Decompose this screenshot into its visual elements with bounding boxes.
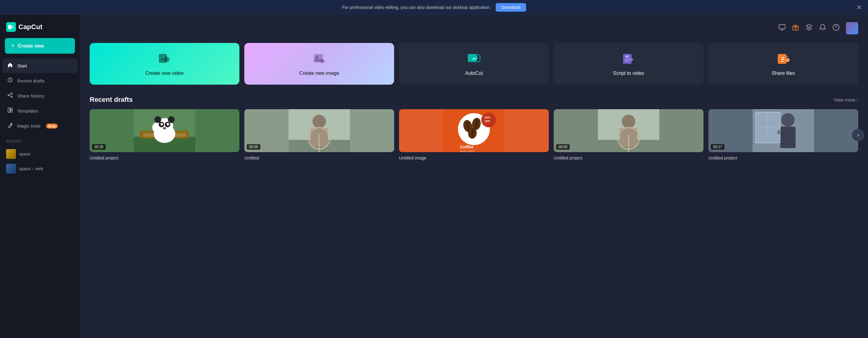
svg-point-38 bbox=[154, 116, 161, 123]
create-image-icon: + bbox=[312, 52, 327, 66]
home-icon bbox=[7, 62, 13, 69]
sidebar-recent-label: Recent drafts bbox=[17, 78, 44, 83]
svg-text:OFF: OFF bbox=[485, 120, 490, 123]
download-button[interactable]: Download bbox=[496, 3, 526, 12]
svg-rect-0 bbox=[8, 25, 11, 29]
svg-rect-29 bbox=[778, 54, 786, 64]
sidebar-nav: Start Recent drafts bbox=[0, 59, 80, 133]
avatar[interactable] bbox=[846, 22, 858, 34]
sidebar-templates-label: Templates bbox=[17, 108, 38, 113]
main-header bbox=[90, 22, 858, 34]
draft-duration-1: 00:26 bbox=[92, 144, 105, 150]
logo: CapCut bbox=[0, 20, 80, 38]
close-banner-button[interactable]: ✕ bbox=[857, 4, 862, 10]
share-files-label: Share files bbox=[772, 71, 795, 76]
create-video-card[interactable]: + + Create new video bbox=[90, 43, 239, 84]
create-video-icon: + + bbox=[157, 52, 172, 66]
svg-line-6 bbox=[9, 94, 11, 95]
sidebar-item-start[interactable]: Start bbox=[2, 59, 78, 73]
sidebar-item-templates[interactable]: Templates bbox=[2, 104, 78, 118]
scroll-right-button[interactable]: › bbox=[852, 129, 864, 141]
script-to-video-label: Script to video bbox=[613, 71, 644, 76]
svg-text:NEW EVENT: NEW EVENT bbox=[460, 150, 475, 152]
layers-icon[interactable] bbox=[805, 24, 813, 33]
main-content: + + Create new video + Cre bbox=[80, 15, 868, 338]
draft-title-2: Untitled bbox=[244, 156, 259, 160]
svg-point-42 bbox=[160, 123, 163, 126]
create-new-label: Create new bbox=[18, 43, 44, 49]
svg-rect-9 bbox=[10, 108, 12, 110]
svg-text:+: + bbox=[166, 57, 168, 62]
share-files-icon bbox=[776, 52, 790, 66]
draft-title-1: Untitled project bbox=[90, 156, 118, 160]
draft-card-2[interactable]: 00:05 Untitled bbox=[244, 109, 394, 161]
svg-text:+: + bbox=[161, 57, 164, 62]
space-item-2[interactable]: space – web bbox=[6, 161, 74, 176]
gift-icon[interactable] bbox=[792, 24, 799, 33]
svg-text:Coffee: Coffee bbox=[460, 144, 474, 149]
sidebar-magic-label: Magic tools bbox=[17, 123, 40, 129]
sidebar: CapCut + Create new Start bbox=[0, 15, 80, 338]
svg-point-5 bbox=[11, 96, 12, 97]
plus-icon: + bbox=[11, 42, 15, 49]
sidebar-item-recent-drafts[interactable]: Recent drafts bbox=[2, 74, 78, 88]
share-files-card[interactable]: Share files bbox=[708, 43, 858, 84]
create-new-button[interactable]: + Create new bbox=[5, 38, 75, 54]
space-label-2: space – web bbox=[19, 166, 43, 171]
draft-title-4: Untitled project bbox=[554, 156, 582, 160]
drafts-grid: 00:26 Untitled project bbox=[90, 109, 858, 161]
svg-point-30 bbox=[786, 58, 789, 62]
svg-rect-71 bbox=[628, 134, 629, 152]
sidebar-item-magic-tools[interactable]: Magic tools Beta bbox=[2, 119, 78, 133]
draft-thumb-4: 00:05 bbox=[554, 109, 704, 152]
draft-duration-4: 00:05 bbox=[556, 144, 570, 150]
quick-actions: + + Create new video + Cre bbox=[90, 43, 858, 84]
create-video-label: Create new video bbox=[146, 71, 184, 76]
draft-card-5[interactable]: 00:17 Untitled project bbox=[708, 109, 858, 161]
svg-point-48 bbox=[312, 115, 326, 128]
script-to-video-icon: AI bbox=[621, 52, 636, 66]
svg-point-3 bbox=[11, 93, 12, 94]
svg-line-7 bbox=[9, 95, 11, 96]
svg-text:25%: 25% bbox=[485, 116, 490, 119]
clock-icon bbox=[7, 77, 13, 84]
app-layout: CapCut + Create new Start bbox=[0, 15, 868, 338]
space-item-1[interactable]: space bbox=[6, 146, 74, 161]
logo-text: CapCut bbox=[19, 23, 42, 31]
draft-thumb-5: 00:17 bbox=[708, 109, 858, 152]
svg-point-13 bbox=[833, 24, 839, 30]
autocut-card[interactable]: AutoCut bbox=[399, 43, 549, 84]
templates-icon bbox=[7, 107, 13, 114]
draft-card-1[interactable]: 00:26 Untitled project bbox=[90, 109, 239, 161]
view-more-link[interactable]: View more › bbox=[834, 97, 858, 102]
beta-badge: Beta bbox=[46, 124, 58, 129]
space-label-1: space bbox=[19, 151, 30, 157]
magic-icon bbox=[7, 123, 13, 129]
svg-rect-51 bbox=[319, 134, 320, 152]
sidebar-share-label: Share history bbox=[17, 93, 44, 98]
svg-rect-10 bbox=[10, 110, 12, 112]
svg-point-74 bbox=[781, 113, 795, 127]
monitor-icon[interactable] bbox=[778, 24, 786, 33]
svg-rect-11 bbox=[779, 25, 785, 29]
draft-duration-2: 00:05 bbox=[247, 144, 260, 150]
draft-card-3[interactable]: 25% OFF Coffee NEW EVENT Untitled image bbox=[399, 109, 549, 161]
draft-title-3: Untitled image bbox=[399, 156, 427, 160]
script-to-video-card[interactable]: AI Script to video bbox=[554, 43, 704, 84]
create-image-card[interactable]: + Create new image bbox=[244, 43, 394, 84]
spaces-label: Spaces bbox=[6, 139, 74, 143]
svg-rect-8 bbox=[8, 108, 10, 112]
top-banner: For professional video editing, you can … bbox=[0, 0, 868, 15]
help-icon[interactable] bbox=[832, 24, 840, 33]
draft-thumb-1: 00:26 bbox=[90, 109, 239, 152]
draft-card-4[interactable]: 00:05 Untitled project bbox=[554, 109, 704, 161]
svg-text:+: + bbox=[322, 59, 324, 63]
share-icon bbox=[7, 92, 13, 99]
banner-text: For professional video editing, you can … bbox=[342, 5, 491, 10]
draft-duration-5: 00:17 bbox=[711, 144, 724, 150]
sidebar-item-share-history[interactable]: Share history bbox=[2, 89, 78, 103]
svg-point-4 bbox=[8, 95, 9, 96]
draft-thumb-2: 00:05 bbox=[244, 109, 394, 152]
bell-icon[interactable] bbox=[819, 24, 826, 33]
svg-point-39 bbox=[168, 116, 175, 123]
